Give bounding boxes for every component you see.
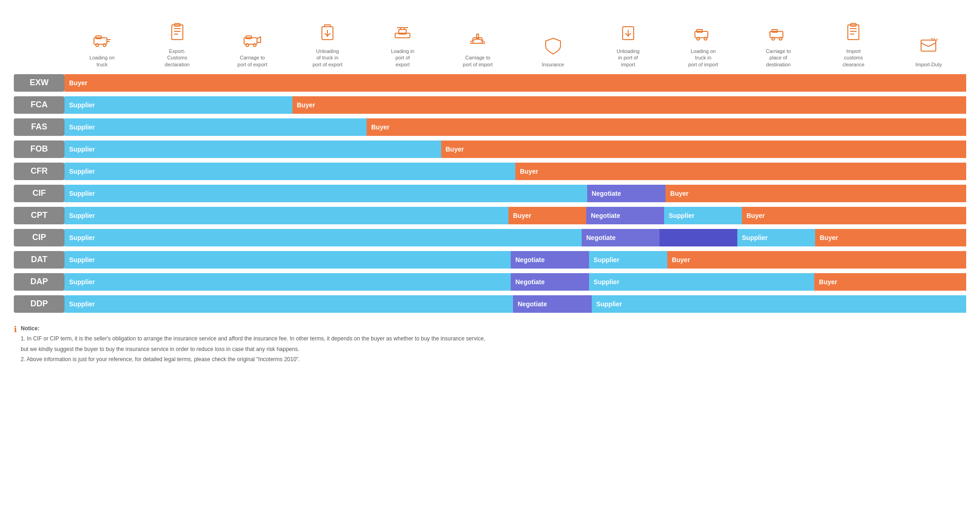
row-cpt: CPTSupplierBuyerNegotiateSupplierBuyer <box>14 205 966 226</box>
label-dat: DAT <box>14 251 64 269</box>
seg-supplier: Supplier <box>64 185 587 202</box>
bar-ddp: SupplierNegotiateSupplier <box>64 295 966 313</box>
svg-point-33 <box>772 37 775 40</box>
svg-rect-6 <box>172 25 183 40</box>
svg-point-30 <box>704 37 707 40</box>
row-ddp: DDPSupplierNegotiateSupplier <box>14 293 966 315</box>
svg-point-34 <box>779 37 782 40</box>
svg-point-2 <box>96 44 99 47</box>
row-fca: FCASupplierBuyer <box>14 94 966 116</box>
label-cif: CIF <box>14 185 64 202</box>
seg-supplier: Supplier <box>64 229 582 246</box>
seg-supplier: Supplier <box>64 140 441 158</box>
col3-label: Carriage toport of export <box>238 54 268 68</box>
col11-label: Importcustomsclearance <box>842 48 864 68</box>
svg-point-3 <box>103 44 106 47</box>
col5-icon <box>393 23 412 45</box>
col8-label: Unloadingin port ofimport <box>617 48 640 68</box>
col6-label: Carriage toport of import <box>463 54 493 68</box>
col-header-col8: Unloadingin port ofimport <box>590 23 665 68</box>
bar-cip: SupplierNegotiateSupplierBuyer <box>64 229 966 246</box>
notice-line: but we kindly suggest the buyer to buy t… <box>21 345 485 354</box>
col-header-col11: Importcustomsclearance <box>816 23 891 68</box>
col-header-col12: TAX Import-Duty <box>891 36 966 68</box>
col1-label: Loading ontruck <box>89 54 114 68</box>
row-fas: FASSupplierBuyer <box>14 117 966 138</box>
col8-icon <box>619 23 637 45</box>
svg-rect-35 <box>848 25 859 40</box>
seg-supplier: Supplier <box>589 251 667 269</box>
col12-icon: TAX <box>919 36 938 59</box>
seg-negotiate: Negotiate <box>513 295 592 313</box>
seg-buyer: Buyer <box>667 251 966 269</box>
col-header-col3: Carriage toport of export <box>215 29 290 68</box>
row-fob: FOBSupplierBuyer <box>14 139 966 160</box>
bar-fca: SupplierBuyer <box>64 96 966 114</box>
column-headers: Loading ontruck Export-Customsdeclaratio… <box>14 23 966 68</box>
label-fob: FOB <box>14 140 64 158</box>
label-cpt: CPT <box>14 207 64 224</box>
data-rows: EXWBuyerFCASupplierBuyerFASSupplierBuyer… <box>14 72 966 315</box>
col-header-col9: Loading ontruck inport of import <box>665 23 741 68</box>
col-header-col1: Loading ontruck <box>64 29 140 68</box>
col4-label: Unloadingof truck inport of export <box>313 48 343 68</box>
col4-icon <box>318 23 337 45</box>
col-header-col6: Carriage toport of import <box>440 29 515 68</box>
info-icon: ℹ <box>14 324 17 334</box>
col7-label: Insurance <box>542 61 564 68</box>
seg-supplier: Supplier <box>64 163 515 180</box>
seg-supplier: Supplier <box>589 273 815 291</box>
trade-terms-chart: Loading ontruck Export-Customsdeclaratio… <box>14 23 966 315</box>
svg-point-13 <box>246 44 249 47</box>
col6-icon <box>468 29 487 52</box>
seg-supplier: Supplier <box>64 295 513 313</box>
row-cif: CIFSupplierNegotiateBuyer <box>14 183 966 204</box>
col10-label: Carriage toplace ofdestination <box>766 48 791 68</box>
bar-cfr: SupplierBuyer <box>64 163 966 180</box>
bar-dat: SupplierNegotiateSupplierBuyer <box>64 251 966 269</box>
seg-buyer: Buyer <box>665 185 966 202</box>
col-header-col10: Carriage toplace ofdestination <box>741 23 816 68</box>
row-cip: CIPSupplierNegotiateSupplierBuyer <box>14 227 966 248</box>
col2-icon <box>168 23 187 45</box>
notice-line: 2. Above information is just for your re… <box>21 355 485 364</box>
seg-blue-dark <box>659 229 737 246</box>
seg-buyer: Buyer <box>64 74 966 92</box>
seg-buyer: Buyer <box>508 207 586 224</box>
col1-icon <box>93 29 111 52</box>
col11-icon <box>844 23 863 45</box>
svg-point-14 <box>253 44 256 47</box>
col5-label: Loading inport ofexport <box>391 48 414 68</box>
seg-supplier: Supplier <box>64 118 367 136</box>
notice-text: Notice:1. In CIF or CIP term, it is the … <box>21 324 485 365</box>
seg-negotiate: Negotiate <box>586 207 664 224</box>
bar-cpt: SupplierBuyerNegotiateSupplierBuyer <box>64 207 966 224</box>
seg-buyer: Buyer <box>814 273 966 291</box>
bar-exw: Buyer <box>64 74 966 92</box>
svg-text:TAX: TAX <box>931 37 938 42</box>
col-header-col7: Insurance <box>515 36 590 68</box>
label-dap: DAP <box>14 273 64 291</box>
col-header-col2: Export-Customsdeclaration <box>140 23 215 68</box>
label-ddp: DDP <box>14 295 64 313</box>
seg-buyer: Buyer <box>367 118 966 136</box>
col2-label: Export-Customsdeclaration <box>165 48 190 68</box>
col12-label: Import-Duty <box>916 61 942 68</box>
bar-cif: SupplierNegotiateBuyer <box>64 185 966 202</box>
notice-title: Notice: <box>21 324 485 333</box>
seg-buyer: Buyer <box>515 163 966 180</box>
seg-buyer: Buyer <box>292 96 967 114</box>
col9-label: Loading ontruck inport of import <box>688 48 718 68</box>
seg-supplier: Supplier <box>664 207 742 224</box>
label-fas: FAS <box>14 118 64 136</box>
bar-fas: SupplierBuyer <box>64 118 966 136</box>
seg-negotiate: Negotiate <box>511 251 589 269</box>
col10-icon <box>769 23 788 45</box>
label-cip: CIP <box>14 229 64 246</box>
row-exw: EXWBuyer <box>14 72 966 94</box>
seg-negotiate: Negotiate <box>582 229 659 246</box>
seg-supplier: Supplier <box>64 96 292 114</box>
seg-negotiate: Negotiate <box>511 273 589 291</box>
seg-supplier: Supplier <box>64 251 511 269</box>
col9-icon <box>694 23 712 45</box>
